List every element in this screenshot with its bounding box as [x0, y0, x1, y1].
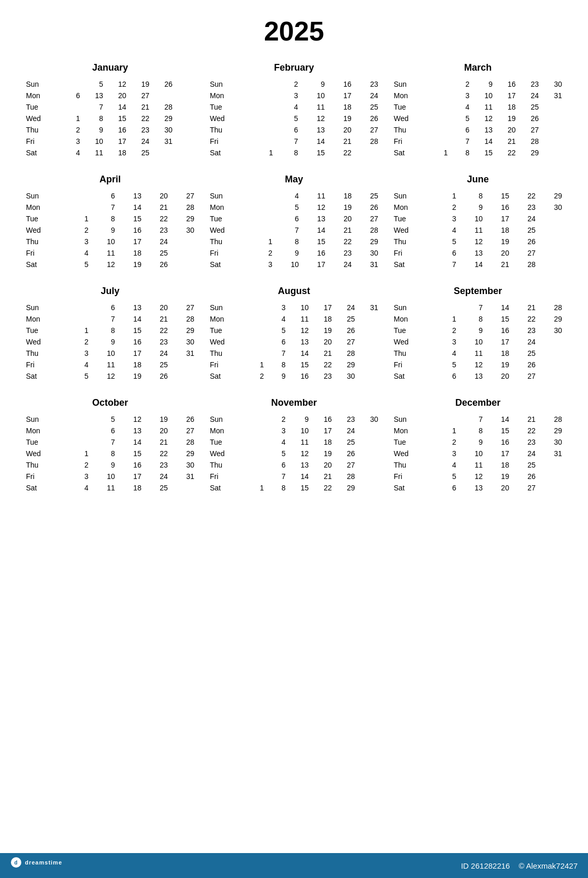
date-cell: 9 [459, 436, 485, 448]
date-cell: 21 [328, 224, 354, 236]
day-label: Sat [23, 370, 66, 382]
date-cell: 23 [512, 325, 538, 336]
date-cell: 17 [485, 336, 512, 348]
date-cell: 7 [91, 202, 117, 213]
date-cell: 4 [66, 482, 91, 494]
day-label: Tue [207, 325, 245, 336]
date-cell: 3 [61, 136, 83, 147]
date-cell: 9 [91, 336, 117, 348]
day-label: Wed [391, 113, 429, 124]
date-cell: 10 [301, 90, 327, 101]
date-cell: 15 [117, 448, 144, 459]
date-cell: 29 [538, 425, 565, 436]
date-cell: 3 [276, 90, 301, 101]
table-row: Tue6132027 [207, 213, 381, 224]
day-label: Thu [23, 236, 66, 247]
date-cell: 10 [275, 259, 301, 270]
date-cell: 17 [327, 90, 354, 101]
table-row: Tue29162330 [391, 325, 565, 336]
day-label: Sun [391, 78, 429, 90]
date-cell: 29 [538, 313, 565, 325]
date-cell: 22 [512, 313, 538, 325]
date-cell: 1 [250, 236, 275, 247]
date-cell [66, 302, 91, 313]
date-cell: 24 [512, 213, 538, 224]
date-cell: 8 [275, 236, 301, 247]
date-cell: 15 [485, 190, 512, 202]
calendar-grid: JanuarySun5121926Mon6132027Tue7142128Wed… [0, 57, 588, 504]
date-cell: 1 [434, 425, 459, 436]
date-cell: 13 [301, 213, 328, 224]
date-cell: 11 [288, 313, 312, 325]
date-cell: 15 [106, 113, 129, 124]
day-label: Thu [207, 459, 245, 471]
day-label: Wed [207, 336, 245, 348]
day-label: Mon [23, 90, 61, 101]
day-label: Wed [207, 224, 250, 236]
date-cell: 18 [106, 147, 129, 158]
date-cell [61, 78, 83, 90]
date-cell: 8 [91, 213, 117, 224]
table-row: Sat5121926 [23, 370, 197, 382]
date-cell: 18 [117, 247, 144, 259]
table-row: Sun6132027 [23, 302, 197, 313]
date-cell: 1 [245, 359, 266, 370]
date-cell: 30 [538, 202, 565, 213]
day-label: Mon [391, 425, 434, 436]
month-table: Sun6132027Mon7142128Tue18152229Wed291623… [23, 302, 197, 382]
date-cell: 20 [328, 213, 354, 224]
date-cell: 22 [144, 448, 170, 459]
day-label: Thu [23, 459, 66, 471]
date-cell: 12 [117, 414, 144, 425]
date-cell: 14 [472, 136, 496, 147]
table-row: Sun291623 [207, 78, 381, 90]
date-cell: 16 [288, 370, 312, 382]
day-label: Sat [23, 147, 61, 158]
date-cell: 5 [66, 370, 91, 382]
date-cell: 2 [434, 202, 459, 213]
date-cell: 20 [485, 370, 512, 382]
date-cell: 31 [354, 259, 381, 270]
date-cell: 19 [485, 471, 512, 482]
date-cell: 27 [354, 213, 381, 224]
table-row: Wed7142128 [207, 224, 381, 236]
date-cell: 14 [459, 259, 485, 270]
month-title: January [23, 62, 197, 73]
month-table: Sun7142128Mon18152229Tue29162330Wed31017… [391, 302, 565, 382]
date-cell [434, 302, 459, 313]
date-cell [245, 313, 266, 325]
table-row: Fri4111825 [23, 247, 197, 259]
date-cell: 17 [311, 302, 335, 313]
month-table: Sun6132027Mon7142128Tue18152229Wed291623… [23, 190, 197, 270]
date-cell: 17 [485, 448, 512, 459]
date-cell: 30 [541, 78, 565, 90]
date-cell: 28 [538, 414, 565, 425]
date-cell: 4 [275, 190, 301, 202]
date-cell: 21 [144, 202, 170, 213]
date-cell: 14 [485, 414, 512, 425]
table-row: Sat4111825 [23, 147, 197, 158]
date-cell: 27 [170, 190, 197, 202]
day-label: Fri [207, 136, 250, 147]
date-cell: 29 [354, 236, 381, 247]
date-cell: 8 [266, 482, 288, 494]
date-cell: 15 [117, 325, 144, 336]
day-label: Sun [23, 190, 66, 202]
date-cell: 28 [152, 101, 176, 113]
date-cell: 20 [485, 247, 512, 259]
date-cell [250, 202, 275, 213]
date-cell: 22 [311, 359, 335, 370]
date-cell: 21 [144, 436, 170, 448]
table-row: Mon5121926 [207, 202, 381, 213]
day-label: Tue [391, 213, 434, 224]
date-cell: 5 [91, 414, 117, 425]
date-cell: 27 [170, 302, 197, 313]
date-cell: 24 [512, 448, 538, 459]
day-label: Tue [207, 213, 250, 224]
day-label: Wed [23, 113, 61, 124]
date-cell: 16 [485, 436, 512, 448]
date-cell [357, 436, 381, 448]
date-cell: 21 [512, 414, 538, 425]
date-cell: 23 [328, 247, 354, 259]
date-cell [245, 336, 266, 348]
